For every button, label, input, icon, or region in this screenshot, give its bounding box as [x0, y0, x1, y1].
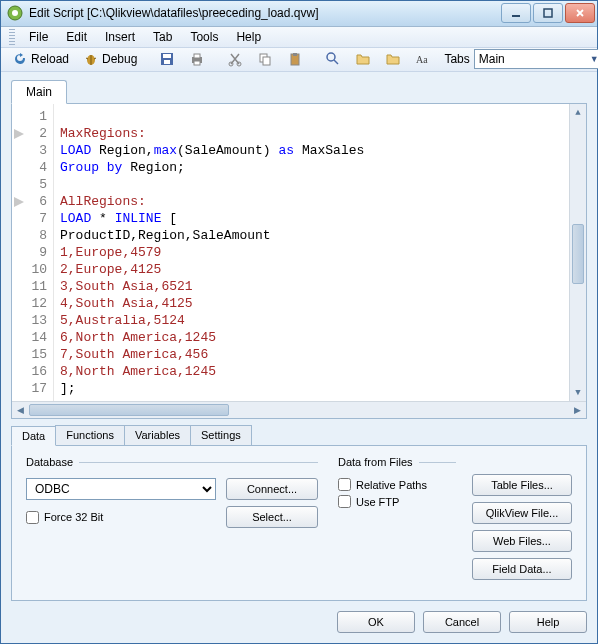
scroll-right-icon[interactable]: ▶ [569, 402, 586, 418]
cut-button[interactable] [222, 48, 248, 70]
print-button[interactable] [184, 48, 210, 70]
editor-tab-main[interactable]: Main [11, 80, 67, 104]
editor-section: Main 1234567891011121314151617 MaxRegion… [11, 80, 587, 419]
scroll-track[interactable] [29, 402, 569, 418]
edit-script-window: Edit Script [C:\Qlikview\datafiles\preec… [0, 0, 598, 644]
svg-rect-10 [164, 60, 170, 64]
save-button[interactable] [154, 48, 180, 70]
vertical-scrollbar[interactable]: ▲ ▼ [569, 104, 586, 401]
tabs-label: Tabs [444, 52, 469, 66]
menu-insert[interactable]: Insert [97, 28, 143, 46]
copy-icon [257, 51, 273, 67]
database-group: Database ODBC Connect... Force 32 Bit Se… [26, 456, 318, 586]
folder-icon [385, 51, 401, 67]
content-area: Main 1234567891011121314151617 MaxRegion… [1, 72, 597, 609]
files-label: Data from Files [338, 456, 456, 468]
code-area[interactable]: MaxRegions:LOAD Region,max(SaleAmount) a… [54, 104, 569, 401]
force32-checkbox[interactable] [26, 511, 39, 524]
print-icon [189, 51, 205, 67]
svg-rect-9 [163, 54, 171, 58]
scroll-down-icon[interactable]: ▼ [570, 384, 586, 401]
tab-settings[interactable]: Settings [190, 425, 252, 445]
case-button[interactable]: Aa [410, 48, 436, 70]
force32-label: Force 32 Bit [44, 511, 103, 523]
relative-paths-row: Relative Paths [338, 478, 456, 491]
connect-button[interactable]: Connect... [226, 478, 318, 500]
tab-functions[interactable]: Functions [55, 425, 125, 445]
svg-rect-17 [263, 57, 270, 65]
tabs-select[interactable] [474, 49, 598, 69]
scroll-thumb[interactable] [572, 224, 584, 284]
svg-rect-2 [512, 15, 520, 17]
scroll-left-icon[interactable]: ◀ [12, 402, 29, 418]
editor-body: 1234567891011121314151617 MaxRegions:LOA… [12, 104, 586, 401]
folder1-button[interactable] [350, 48, 376, 70]
field-data-button[interactable]: Field Data... [472, 558, 572, 580]
reload-label: Reload [31, 52, 69, 66]
menubar-grip [9, 29, 15, 45]
menu-tools[interactable]: Tools [182, 28, 226, 46]
dropdown-arrow-icon[interactable]: ▼ [590, 54, 598, 64]
files-group: Data from Files Relative Paths Use FTP T… [338, 456, 572, 586]
paste-icon [287, 51, 303, 67]
database-type-select[interactable]: ODBC [26, 478, 216, 500]
minimize-button[interactable] [501, 3, 531, 23]
svg-text:Aa: Aa [416, 54, 428, 65]
folder2-button[interactable] [380, 48, 406, 70]
table-files-button[interactable]: Table Files... [472, 474, 572, 496]
menu-help[interactable]: Help [228, 28, 269, 46]
tab-data[interactable]: Data [11, 426, 56, 446]
use-ftp-row: Use FTP [338, 495, 456, 508]
find-button[interactable] [320, 48, 346, 70]
line-number-gutter: 1234567891011121314151617 [12, 104, 54, 401]
search-icon [325, 51, 341, 67]
save-icon [159, 51, 175, 67]
app-icon [7, 5, 23, 21]
folder-icon [355, 51, 371, 67]
menu-tab[interactable]: Tab [145, 28, 180, 46]
reload-button[interactable]: Reload [7, 48, 74, 70]
window-title: Edit Script [C:\Qlikview\datafiles\preec… [29, 6, 501, 20]
use-ftp-label: Use FTP [356, 496, 399, 508]
web-files-button[interactable]: Web Files... [472, 530, 572, 552]
data-panel: Database ODBC Connect... Force 32 Bit Se… [11, 446, 587, 601]
paste-button[interactable] [282, 48, 308, 70]
toolbar: Reload Debug Aa Tabs ▼ [1, 48, 597, 72]
svg-point-20 [327, 53, 335, 61]
debug-button[interactable]: Debug [78, 48, 142, 70]
qlikview-file-button[interactable]: QlikView File... [472, 502, 572, 524]
dialog-buttons: OK Cancel Help [1, 609, 597, 643]
use-ftp-checkbox[interactable] [338, 495, 351, 508]
ok-button[interactable]: OK [337, 611, 415, 633]
menu-edit[interactable]: Edit [58, 28, 95, 46]
titlebar: Edit Script [C:\Qlikview\datafiles\preec… [1, 1, 597, 27]
help-button[interactable]: Help [509, 611, 587, 633]
script-editor: 1234567891011121314151617 MaxRegions:LOA… [11, 103, 587, 419]
svg-rect-19 [293, 53, 297, 56]
svg-rect-12 [194, 54, 200, 58]
cancel-button[interactable]: Cancel [423, 611, 501, 633]
copy-button[interactable] [252, 48, 278, 70]
svg-line-21 [334, 60, 338, 64]
bottom-panel: Data Functions Variables Settings Databa… [11, 425, 587, 601]
svg-point-1 [12, 10, 18, 16]
editor-tabs: Main [11, 80, 587, 104]
cut-icon [227, 51, 243, 67]
case-icon: Aa [415, 51, 431, 67]
horizontal-scrollbar[interactable]: ◀ ▶ [12, 401, 586, 418]
database-label: Database [26, 456, 318, 468]
scroll-thumb[interactable] [29, 404, 229, 416]
menu-file[interactable]: File [21, 28, 56, 46]
force32-checkbox-row: Force 32 Bit [26, 511, 216, 524]
relative-paths-checkbox[interactable] [338, 478, 351, 491]
close-button[interactable] [565, 3, 595, 23]
maximize-button[interactable] [533, 3, 563, 23]
scroll-up-icon[interactable]: ▲ [570, 104, 586, 121]
bottom-tabs: Data Functions Variables Settings [11, 425, 587, 446]
svg-rect-13 [194, 61, 200, 65]
reload-icon [12, 51, 28, 67]
tab-variables[interactable]: Variables [124, 425, 191, 445]
menubar: File Edit Insert Tab Tools Help [1, 27, 597, 48]
select-button[interactable]: Select... [226, 506, 318, 528]
bug-icon [83, 51, 99, 67]
